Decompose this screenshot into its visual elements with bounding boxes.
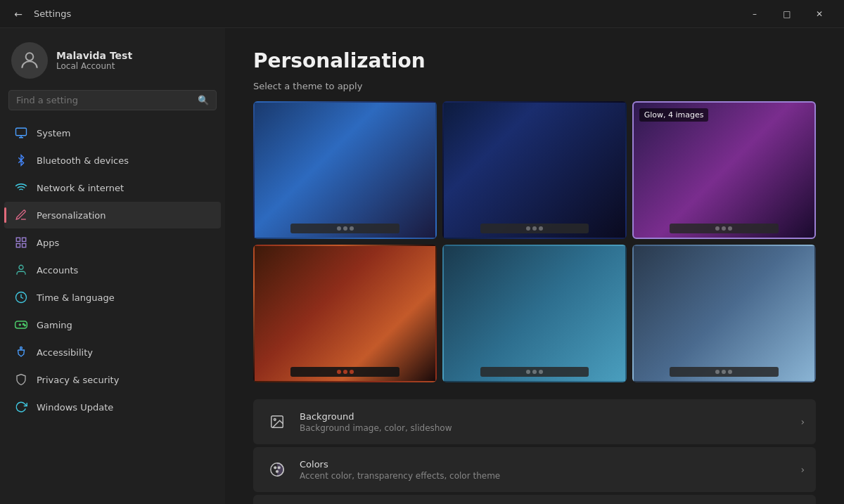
svg-point-6: [19, 265, 23, 269]
colors-icon: [264, 457, 290, 482]
sidebar-item-accessibility[interactable]: Accessibility: [4, 339, 221, 366]
sidebar-item-time[interactable]: Time & language: [4, 284, 221, 311]
sidebar-item-personalization[interactable]: Personalization: [4, 202, 221, 228]
theme-label-3: Glow, 4 images: [639, 108, 709, 122]
theme-card-3[interactable]: Glow, 4 images: [632, 101, 816, 239]
sidebar-item-bluetooth[interactable]: Bluetooth & devices: [4, 147, 221, 174]
sidebar-label-system: System: [37, 128, 70, 138]
theme-grid: Glow, 4 images: [253, 101, 816, 382]
svg-point-18: [278, 467, 280, 469]
update-icon: [14, 400, 28, 414]
svg-rect-3: [23, 238, 26, 241]
titlebar: ← Settings – □ ✕: [0, 0, 844, 28]
theme-card-1[interactable]: [253, 101, 437, 239]
colors-text: Colors Accent color, transparency effect…: [300, 459, 791, 481]
sidebar-label-personalization: Personalization: [37, 210, 106, 221]
sidebar-item-accounts[interactable]: Accounts: [4, 257, 221, 283]
sidebar: Malavida Test Local Account 🔍 System: [0, 28, 225, 504]
accessibility-icon: [14, 345, 28, 359]
svg-point-13: [20, 347, 23, 349]
avatar: [11, 42, 48, 79]
svg-point-11: [23, 323, 25, 325]
sidebar-label-update: Windows Update: [37, 402, 113, 413]
sidebar-label-time: Time & language: [37, 292, 115, 303]
personalization-icon: [14, 208, 28, 222]
search-box: 🔍: [8, 90, 217, 110]
theme-card-5[interactable]: [442, 245, 626, 382]
svg-rect-5: [16, 244, 20, 247]
svg-rect-4: [23, 244, 26, 247]
time-icon: [14, 290, 28, 304]
sidebar-label-apps: Apps: [37, 238, 59, 248]
privacy-icon: [14, 373, 28, 387]
accounts-icon: [14, 263, 28, 277]
maximize-button[interactable]: □: [771, 0, 803, 28]
settings-list: Background Background image, color, slid…: [253, 399, 816, 504]
content-area: Personalization Select a theme to apply: [225, 28, 844, 504]
sidebar-item-network[interactable]: Network & internet: [4, 174, 221, 201]
sidebar-label-gaming: Gaming: [37, 320, 72, 330]
theme-card-2[interactable]: [442, 101, 626, 239]
sidebar-label-network: Network & internet: [37, 183, 124, 193]
sidebar-label-privacy: Privacy & security: [37, 375, 119, 385]
page-title: Personalization: [253, 49, 816, 72]
minimize-button[interactable]: –: [738, 0, 771, 28]
sidebar-item-update[interactable]: Windows Update: [4, 394, 221, 420]
main-layout: Malavida Test Local Account 🔍 System: [0, 28, 844, 504]
sidebar-item-gaming[interactable]: Gaming: [4, 311, 221, 338]
close-button[interactable]: ✕: [803, 0, 836, 28]
svg-point-15: [274, 418, 276, 420]
search-icon: 🔍: [198, 95, 209, 105]
apps-icon: [14, 235, 28, 250]
svg-rect-1: [16, 128, 27, 136]
background-title: Background: [300, 411, 791, 422]
back-button[interactable]: ←: [8, 4, 28, 24]
svg-point-12: [25, 325, 26, 326]
network-icon: [14, 181, 28, 195]
svg-point-17: [274, 467, 276, 469]
bluetooth-icon: [14, 153, 28, 167]
sidebar-nav: System Bluetooth & devices Network & int…: [0, 119, 225, 421]
user-name: Malavida Test: [56, 50, 132, 61]
sidebar-label-accounts: Accounts: [37, 265, 78, 276]
search-container: 🔍: [0, 90, 225, 119]
svg-point-19: [276, 470, 279, 472]
sidebar-label-bluetooth: Bluetooth & devices: [37, 155, 129, 166]
svg-point-0: [26, 53, 34, 60]
search-input[interactable]: [16, 95, 192, 105]
sidebar-item-system[interactable]: System: [4, 119, 221, 146]
colors-title: Colors: [300, 459, 791, 470]
background-chevron: ›: [800, 416, 805, 427]
background-desc: Background image, color, slideshow: [300, 423, 791, 433]
window-controls: – □ ✕: [738, 0, 836, 28]
user-info: Malavida Test Local Account: [56, 50, 132, 71]
theme-card-4[interactable]: [253, 245, 437, 382]
svg-rect-2: [16, 238, 20, 241]
gaming-icon: [14, 318, 28, 332]
settings-item-background[interactable]: Background Background image, color, slid…: [253, 399, 816, 444]
sidebar-item-apps[interactable]: Apps: [4, 229, 221, 256]
user-type: Local Account: [56, 61, 132, 71]
settings-item-themes[interactable]: Themes Install, create, manage ›: [253, 495, 816, 504]
colors-desc: Accent color, transparency effects, colo…: [300, 471, 791, 481]
colors-chevron: ›: [800, 464, 805, 475]
titlebar-title: Settings: [34, 8, 738, 19]
sidebar-item-privacy[interactable]: Privacy & security: [4, 366, 221, 393]
background-text: Background Background image, color, slid…: [300, 411, 791, 433]
settings-item-colors[interactable]: Colors Accent color, transparency effect…: [253, 447, 816, 492]
sidebar-label-accessibility: Accessibility: [37, 347, 93, 358]
user-profile[interactable]: Malavida Test Local Account: [0, 28, 225, 90]
theme-section-label: Select a theme to apply: [253, 81, 816, 91]
background-icon: [264, 409, 290, 434]
theme-card-6[interactable]: [632, 245, 816, 382]
system-icon: [14, 126, 28, 140]
